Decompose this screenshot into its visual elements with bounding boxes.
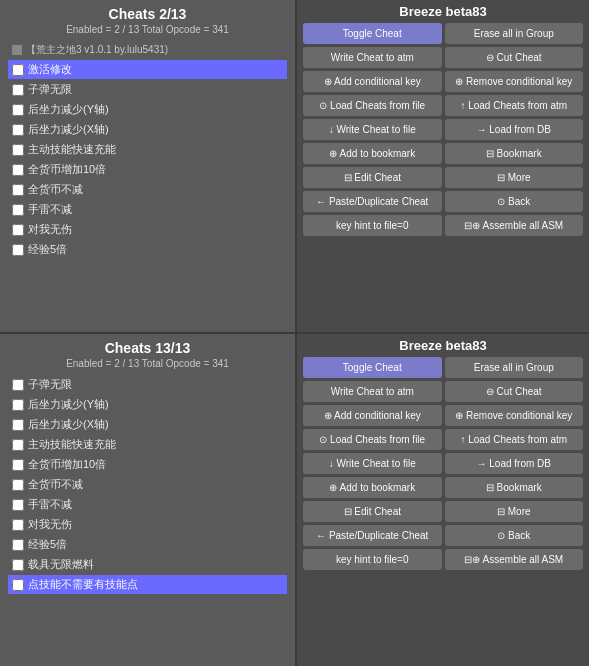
cheat-item[interactable]: 【荒主之地3 v1.0.1 by.lulu5431) <box>8 41 287 59</box>
action-button[interactable]: ⊕ Add conditional key <box>303 71 442 92</box>
action-button[interactable]: → Load from DB <box>445 119 584 140</box>
action-button[interactable]: ← Paste/Duplicate Cheat <box>303 191 442 212</box>
action-button[interactable]: Toggle Cheat <box>303 23 442 44</box>
cheat-checkbox[interactable] <box>12 459 24 471</box>
cheat-label: 后坐力减少(Y轴) <box>28 397 109 412</box>
action-button[interactable]: Write Cheat to atm <box>303 47 442 68</box>
cheat-item[interactable]: 手雷不减 <box>8 495 287 514</box>
action-button[interactable]: → Load from DB <box>445 453 584 474</box>
cheat-label: 全货币增加10倍 <box>28 457 106 472</box>
cheat-label: 主动技能快速充能 <box>28 437 116 452</box>
top-left-title: Cheats 2/13 <box>8 6 287 22</box>
cheat-item[interactable]: 点技能不需要有技能点 <box>8 575 287 594</box>
cheat-checkbox[interactable] <box>12 224 24 236</box>
cheat-checkbox[interactable] <box>12 124 24 136</box>
top-left-panel: Cheats 2/13 Enabled = 2 / 13 Total Opcod… <box>0 0 295 332</box>
cheat-checkbox[interactable] <box>12 84 24 96</box>
bottom-cheat-list: 子弹无限后坐力减少(Y轴)后坐力减少(X轴)主动技能快速充能全货币增加10倍全货… <box>8 375 287 594</box>
action-button[interactable]: ⊟⊕ Assemble all ASM <box>445 215 584 236</box>
action-button[interactable]: ⊙ Back <box>445 525 584 546</box>
action-button[interactable]: key hint to file=0 <box>303 215 442 236</box>
cheat-checkbox[interactable] <box>12 519 24 531</box>
cheat-label: 点技能不需要有技能点 <box>28 577 138 592</box>
action-button[interactable]: ⊖ Cut Cheat <box>445 47 584 68</box>
cheat-checkbox[interactable] <box>12 559 24 571</box>
action-button[interactable]: ⊕ Remove conditional key <box>445 405 584 426</box>
cheat-checkbox[interactable] <box>12 539 24 551</box>
action-button[interactable]: ↓ Write Cheat to file <box>303 453 442 474</box>
action-button[interactable]: ⊟ Bookmark <box>445 477 584 498</box>
cheat-item[interactable]: 激活修改 <box>8 60 287 79</box>
cheat-checkbox[interactable] <box>12 164 24 176</box>
action-button[interactable]: ⊟ Edit Cheat <box>303 501 442 522</box>
action-button[interactable]: ⊟ Edit Cheat <box>303 167 442 188</box>
cheat-label: 后坐力减少(X轴) <box>28 417 109 432</box>
cheat-checkbox[interactable] <box>12 144 24 156</box>
action-button[interactable]: ↑ Load Cheats from atm <box>445 95 584 116</box>
cheat-item[interactable]: 载具无限燃料 <box>8 555 287 574</box>
action-button[interactable]: ↑ Load Cheats from atm <box>445 429 584 450</box>
cheat-checkbox[interactable] <box>12 499 24 511</box>
action-button[interactable]: ⊕ Add to bookmark <box>303 143 442 164</box>
cheat-item[interactable]: 主动技能快速充能 <box>8 140 287 159</box>
cheat-item[interactable]: 全货币增加10倍 <box>8 160 287 179</box>
cheat-checkbox[interactable] <box>12 379 24 391</box>
cheat-item[interactable]: 主动技能快速充能 <box>8 435 287 454</box>
cheat-checkbox[interactable] <box>12 204 24 216</box>
cheat-item[interactable]: 对我无伤 <box>8 220 287 239</box>
action-button[interactable]: ⊕ Add to bookmark <box>303 477 442 498</box>
action-button[interactable]: ⊙ Load Cheats from file <box>303 95 442 116</box>
cheat-item[interactable]: 全货币不减 <box>8 180 287 199</box>
cheat-label: 全货币增加10倍 <box>28 162 106 177</box>
cheat-checkbox[interactable] <box>12 479 24 491</box>
cheat-label: 经验5倍 <box>28 537 67 552</box>
cheat-checkbox[interactable] <box>12 419 24 431</box>
action-button[interactable]: Erase all in Group <box>445 23 584 44</box>
action-button[interactable]: ← Paste/Duplicate Cheat <box>303 525 442 546</box>
cheat-item[interactable]: 后坐力减少(Y轴) <box>8 100 287 119</box>
cheat-checkbox[interactable] <box>12 104 24 116</box>
cheat-label: 手雷不减 <box>28 202 72 217</box>
bottom-left-title: Cheats 13/13 <box>8 340 287 356</box>
cheat-item[interactable]: 全货币增加10倍 <box>8 455 287 474</box>
cheat-item[interactable]: 经验5倍 <box>8 535 287 554</box>
action-button[interactable]: ⊕ Add conditional key <box>303 405 442 426</box>
cheat-checkbox[interactable] <box>12 439 24 451</box>
cheat-checkbox[interactable] <box>12 184 24 196</box>
cheat-checkbox[interactable] <box>12 64 24 76</box>
cheat-item[interactable]: 子弹无限 <box>8 80 287 99</box>
bullet-icon <box>12 45 22 55</box>
cheat-label: 后坐力减少(X轴) <box>28 122 109 137</box>
top-half: Cheats 2/13 Enabled = 2 / 13 Total Opcod… <box>0 0 589 332</box>
action-button[interactable]: Erase all in Group <box>445 357 584 378</box>
cheat-checkbox[interactable] <box>12 244 24 256</box>
action-button[interactable]: ⊟ More <box>445 167 584 188</box>
top-right-title: Breeze beta83 <box>303 4 583 19</box>
cheat-item[interactable]: 手雷不减 <box>8 200 287 219</box>
action-button[interactable]: ⊙ Load Cheats from file <box>303 429 442 450</box>
cheat-item[interactable]: 经验5倍 <box>8 240 287 259</box>
cheat-item[interactable]: 后坐力减少(Y轴) <box>8 395 287 414</box>
cheat-item[interactable]: 子弹无限 <box>8 375 287 394</box>
top-right-panel: Breeze beta83 Toggle CheatErase all in G… <box>297 0 589 332</box>
action-button[interactable]: ⊖ Cut Cheat <box>445 381 584 402</box>
cheat-checkbox[interactable] <box>12 399 24 411</box>
action-button[interactable]: Toggle Cheat <box>303 357 442 378</box>
cheat-item[interactable]: 后坐力减少(X轴) <box>8 415 287 434</box>
cheat-checkbox[interactable] <box>12 579 24 591</box>
action-button[interactable]: ⊟ More <box>445 501 584 522</box>
cheat-item[interactable]: 全货币不减 <box>8 475 287 494</box>
action-button[interactable]: Write Cheat to atm <box>303 381 442 402</box>
action-button[interactable]: ↓ Write Cheat to file <box>303 119 442 140</box>
cheat-item[interactable]: 后坐力减少(X轴) <box>8 120 287 139</box>
action-button[interactable]: key hint to file=0 <box>303 549 442 570</box>
cheat-item[interactable]: 对我无伤 <box>8 515 287 534</box>
action-button[interactable]: ⊕ Remove conditional key <box>445 71 584 92</box>
top-cheat-list: 【荒主之地3 v1.0.1 by.lulu5431)激活修改子弹无限后坐力减少(… <box>8 41 287 259</box>
cheat-label: 激活修改 <box>28 62 72 77</box>
action-button[interactable]: ⊙ Back <box>445 191 584 212</box>
action-button[interactable]: ⊟⊕ Assemble all ASM <box>445 549 584 570</box>
cheat-label: 子弹无限 <box>28 82 72 97</box>
bottom-right-title: Breeze beta83 <box>303 338 583 353</box>
action-button[interactable]: ⊟ Bookmark <box>445 143 584 164</box>
